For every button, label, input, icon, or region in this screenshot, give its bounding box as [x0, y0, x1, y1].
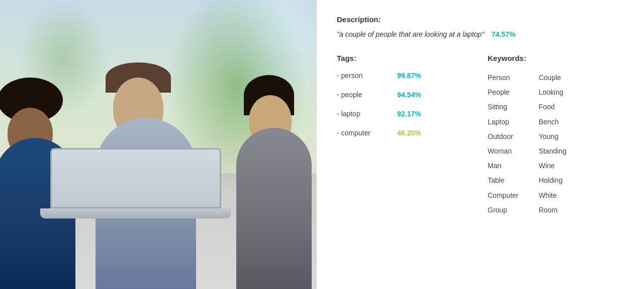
- tag-score-computer: 46.20%: [397, 129, 421, 137]
- image-panel: [0, 0, 317, 289]
- tag-row-person: - person 99.87%: [337, 71, 488, 80]
- tag-row-computer: - computer 46.20%: [337, 129, 488, 137]
- keywords-section: Keywords: Person People Sitting Laptop O…: [488, 54, 624, 216]
- person-right-body: [236, 128, 312, 289]
- keywords-col-1: Person People Sitting Laptop Outdoor Wom…: [488, 71, 518, 216]
- keyword-room: Room: [538, 204, 566, 216]
- person-right: [231, 57, 317, 289]
- keyword-white: White: [538, 189, 566, 202]
- description-quote: "a couple of people that are looking at …: [337, 30, 484, 38]
- tags-section: Tags: - person 99.87% - people 94.54% - …: [337, 54, 488, 216]
- laptop-base: [40, 208, 231, 219]
- keyword-couple: Couple: [538, 71, 566, 84]
- tag-row-laptop: - laptop 92.17%: [337, 110, 488, 118]
- keyword-people: People: [488, 86, 518, 99]
- keyword-food: Food: [538, 101, 566, 113]
- keyword-laptop: Laptop: [488, 116, 518, 128]
- laptop-visual: [40, 148, 231, 229]
- keyword-bench: Bench: [538, 116, 566, 128]
- keywords-grid: Person People Sitting Laptop Outdoor Wom…: [488, 71, 624, 216]
- tag-name-people: - people: [337, 91, 397, 99]
- keyword-holding: Holding: [538, 174, 566, 187]
- tag-score-person: 99.87%: [397, 71, 421, 80]
- tag-name-computer: - computer: [337, 129, 397, 137]
- keyword-sitting: Sitting: [488, 101, 518, 113]
- keyword-woman: Woman: [488, 145, 518, 158]
- tag-score-people: 94.54%: [397, 91, 421, 99]
- keyword-table: Table: [488, 174, 518, 187]
- tag-row-people: - people 94.54%: [337, 91, 488, 99]
- description-section: Description: "a couple of people that ar…: [337, 15, 624, 39]
- keyword-wine: Wine: [538, 160, 566, 172]
- keywords-label: Keywords:: [488, 54, 624, 62]
- tag-name-laptop: - laptop: [337, 110, 397, 118]
- keyword-standing: Standing: [538, 145, 566, 158]
- tag-name-person: - person: [337, 71, 397, 80]
- keyword-young: Young: [538, 130, 566, 143]
- keyword-group: Group: [488, 204, 518, 216]
- keyword-computer: Computer: [488, 189, 518, 202]
- keyword-person: Person: [488, 71, 518, 84]
- tag-score-laptop: 92.17%: [397, 110, 421, 118]
- tags-keywords-row: Tags: - person 99.87% - people 94.54% - …: [337, 54, 624, 216]
- keywords-col-2: Couple Looking Food Bench Young Standing…: [538, 71, 566, 216]
- info-panel: Description: "a couple of people that ar…: [317, 0, 644, 289]
- tags-label: Tags:: [337, 54, 488, 62]
- keyword-man: Man: [488, 160, 518, 172]
- photo-scene: [0, 0, 317, 289]
- laptop-screen: [50, 148, 221, 208]
- description-label: Description:: [337, 15, 624, 24]
- keyword-looking: Looking: [538, 86, 566, 99]
- keyword-outdoor: Outdoor: [488, 130, 518, 143]
- description-confidence: 74.57%: [492, 30, 515, 38]
